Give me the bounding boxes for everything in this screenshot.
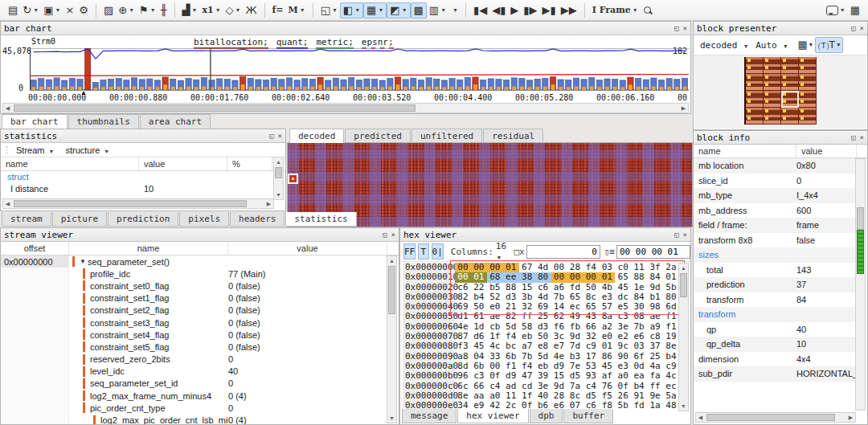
info-row[interactable]: sub_pdirHORIZONTAL_... — [694, 366, 857, 382]
hex-byte[interactable]: 93 — [583, 371, 599, 381]
info-row[interactable]: total143 — [694, 263, 857, 278]
view-split-icon[interactable]: ◩▼ — [387, 2, 410, 18]
info-row[interactable]: transform — [694, 307, 857, 322]
first-frame-icon[interactable]: ▮◀ — [471, 2, 489, 18]
columns-dropdown[interactable]: 16 ▼ — [496, 241, 508, 262]
block-presenter-viewport[interactable] — [694, 55, 866, 129]
tab-pixels[interactable]: pixels — [179, 212, 229, 227]
hex-byte[interactable]: 08 — [631, 312, 647, 321]
scroll-down-icon[interactable]: ▼ — [274, 190, 283, 199]
info-row[interactable]: slice_id0 — [694, 174, 857, 189]
hex-byte[interactable]: 68 — [487, 272, 503, 282]
hex-byte[interactable]: 5b — [615, 401, 631, 411]
tab-message[interactable]: message — [402, 409, 457, 423]
tree-row[interactable]: profile_idc77 (Main) — [1, 268, 387, 280]
hex-byte[interactable]: 00 — [583, 272, 599, 282]
hex-byte[interactable]: 88 — [631, 272, 647, 282]
hex-byte[interactable]: 00 — [455, 272, 471, 282]
view-mode-dropdown[interactable]: decoded ▼ — [700, 40, 747, 51]
hex-byte[interactable]: 9d — [551, 382, 567, 391]
tune-filters-icon[interactable]: ╫ — [158, 2, 170, 18]
tree-row[interactable]: seq_parameter_set_id0 — [1, 378, 387, 390]
hex-byte[interactable]: ae — [487, 312, 503, 321]
zoom-mode-dropdown[interactable]: Auto ▼ — [755, 40, 787, 51]
tab-unfiltered[interactable]: unfiltered — [411, 129, 482, 143]
scroll-down-icon[interactable]: ▼ — [679, 402, 688, 411]
info-row[interactable]: prediction37 — [694, 277, 857, 292]
float-panel-icon[interactable]: ◱ — [383, 231, 387, 239]
macroblock-cell[interactable] — [764, 74, 781, 91]
search-icon[interactable] — [641, 2, 655, 18]
macroblock-cell[interactable] — [781, 57, 799, 74]
stream-v-scrollbar[interactable]: ▲ ▼ — [387, 255, 397, 423]
hex-byte[interactable]: c4 — [583, 382, 599, 391]
bar-chart-plot[interactable] — [30, 48, 689, 92]
tab-stream[interactable]: stream — [2, 212, 51, 227]
tab-decoded[interactable]: decoded — [289, 129, 344, 143]
bp-text-toggle[interactable]: 🄣T▼ — [815, 37, 843, 53]
hex-byte[interactable]: 01 — [471, 272, 487, 282]
open-file-icon[interactable]: ▤ — [6, 2, 20, 18]
hex-ff-toggle[interactable]: FF — [403, 243, 416, 259]
hex-byte[interactable]: b4 — [631, 382, 647, 391]
frame-type-dropdown[interactable]: I Frame▼ — [590, 2, 641, 18]
tree-row[interactable]: constraint_set1_flag0 (false) — [1, 292, 387, 304]
tree-row[interactable]: log2_max_pic_order_cnt_lsb_minus40 (4) — [1, 414, 387, 424]
view-layout-icon-dropdown-arrow[interactable]: ▼ — [354, 2, 360, 18]
column-header-name[interactable]: name — [69, 242, 228, 255]
tab-hex-viewer[interactable]: hex viewer — [457, 409, 528, 423]
close-panel-icon[interactable]: × — [860, 133, 864, 141]
hex-byte[interactable]: 9c — [615, 341, 631, 351]
hex-row[interactable]: 0x000000b096c30fd9473915d593afa0eafa4c — [403, 371, 679, 381]
expander-icon[interactable]: ▼ — [80, 258, 86, 265]
hex-byte[interactable]: 38 — [519, 272, 535, 282]
info-row[interactable]: field / frame:frame — [694, 218, 857, 233]
cube-icon-dropdown-arrow[interactable]: ▼ — [235, 2, 241, 18]
view-mosaic-icon-dropdown-arrow[interactable]: ▼ — [440, 2, 446, 18]
macroblock-grid[interactable] — [744, 57, 817, 125]
hex-byte[interactable]: 80 — [535, 272, 551, 282]
hex-byte[interactable]: cd — [519, 382, 535, 391]
hex-byte[interactable]: 0f — [487, 371, 503, 381]
view-grid-icon-dropdown-arrow[interactable]: ▼ — [378, 2, 383, 18]
bp-grid-toggle[interactable]: ▦▼ — [796, 37, 816, 53]
hex-byte[interactable]: ae — [647, 312, 663, 321]
pin-icon[interactable]: ⚑▼ — [137, 2, 158, 18]
tab-predicted[interactable]: predicted — [345, 129, 411, 143]
tree-row[interactable]: constraint_set5_flag0 (false) — [1, 341, 387, 353]
function-icon[interactable]: f= — [270, 2, 286, 18]
tab-area-chart[interactable]: area chart — [140, 114, 211, 129]
hex-byte[interactable]: c3 — [615, 312, 631, 321]
statistics-h-scrollbar[interactable]: ◀ ▶ — [2, 198, 274, 209]
hex-byte[interactable]: 37 — [647, 341, 663, 351]
view-split-icon-dropdown-arrow[interactable]: ▼ — [402, 2, 407, 18]
macroblock-cell[interactable] — [799, 74, 817, 91]
frame-type-dropdown-dropdown-arrow[interactable]: ▼ — [633, 2, 638, 18]
macroblock-cell[interactable] — [746, 74, 764, 91]
tab-residual[interactable]: residual — [483, 129, 543, 143]
scroll-up-icon[interactable]: ▲ — [387, 256, 396, 265]
hex-byte[interactable]: 7a — [567, 382, 583, 391]
scroll-down-icon[interactable]: ▼ — [387, 414, 396, 423]
scroll-up-icon[interactable]: ▲ — [679, 264, 688, 272]
play-icon[interactable]: ▶ — [508, 2, 521, 18]
hex-byte[interactable]: 01 — [599, 341, 615, 351]
hex-byte[interactable]: 03 — [631, 341, 647, 351]
hex-byte[interactable]: 01 — [599, 272, 615, 282]
hex-byte[interactable]: 1a — [647, 401, 663, 411]
hex-byte[interactable]: 48 — [663, 401, 679, 411]
tree-row[interactable]: constraint_set0_flag0 (false) — [1, 280, 387, 292]
fast-forward-icon[interactable]: ▶▶ — [559, 2, 579, 18]
hex-byte[interactable]: fd — [631, 401, 647, 411]
hex-byte[interactable]: 47 — [519, 371, 535, 381]
close-panel-icon[interactable]: × — [683, 24, 687, 32]
hex-byte[interactable]: 4c — [487, 341, 503, 351]
view-more-dropdown[interactable]: ▼ — [448, 2, 461, 18]
close-panel-icon[interactable]: × — [860, 24, 864, 32]
scroll-right-icon[interactable]: ▶ — [846, 413, 855, 422]
tree-row[interactable]: level_idc40 — [1, 366, 387, 378]
chart-h-scrollbar[interactable]: ◀ ▶ — [2, 103, 689, 113]
column-header-value[interactable]: value — [139, 157, 227, 170]
macroblock-cell[interactable] — [764, 91, 781, 108]
hex-byte[interactable]: c4 — [487, 382, 503, 391]
